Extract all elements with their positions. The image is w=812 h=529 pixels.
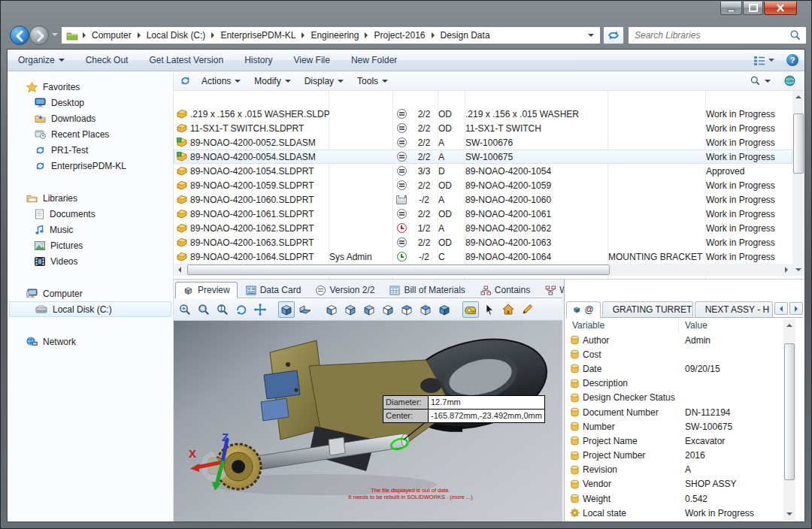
scroll-right-button[interactable] bbox=[780, 264, 792, 276]
zoom-in-button[interactable] bbox=[177, 301, 193, 318]
new-folder-button[interactable]: New Folder bbox=[341, 55, 408, 65]
tab-scroll-left-button[interactable] bbox=[774, 302, 788, 315]
vertical-scrollbar[interactable] bbox=[792, 91, 804, 276]
table-row[interactable]: 89-NOAO-4200-0052.SLDASM 2/2A SW-100676W… bbox=[174, 135, 792, 150]
help-button[interactable]: ? bbox=[780, 54, 804, 66]
sidebar-item-downloads[interactable]: Downloads bbox=[8, 110, 173, 126]
scrollbar-thumb[interactable] bbox=[784, 343, 795, 480]
organize-button[interactable]: Organize bbox=[8, 55, 75, 65]
tab-data-card[interactable]: Data Card bbox=[239, 283, 308, 298]
rotate-button[interactable] bbox=[233, 301, 250, 318]
variable-row[interactable]: VendorSHOP ASSY bbox=[566, 477, 779, 491]
variable-row[interactable]: Design Checker Status bbox=[566, 391, 779, 405]
variable-row[interactable]: Date09/20/15 bbox=[566, 361, 779, 376]
close-button[interactable] bbox=[764, 2, 797, 15]
sidebar-item-enterprisepdm-kl[interactable]: EnterprisePDM-KL bbox=[8, 158, 173, 174]
breadcrumb-item[interactable]: EnterprisePDM-KL bbox=[216, 30, 300, 41]
sidebar-section-computer[interactable]: Computer bbox=[8, 286, 173, 301]
scrollbar-thumb[interactable] bbox=[187, 264, 610, 275]
3d-viewport[interactable]: Diameter: 12.7mm Center: -165.872mm,-23.… bbox=[174, 321, 562, 521]
table-row[interactable]: 89-NOAO-4200-1064.SLDPRTSys Admin -/2C 8… bbox=[174, 249, 792, 264]
tab-default-card[interactable]: @ bbox=[566, 301, 601, 318]
search-input[interactable] bbox=[629, 30, 789, 41]
scroll-down-button[interactable] bbox=[783, 508, 795, 520]
scroll-up-button[interactable] bbox=[783, 319, 795, 331]
menu-tools[interactable]: Tools bbox=[350, 76, 395, 86]
table-row[interactable]: 89-NOAO-4200-1063.SLDPRT 2/2OD 89-NOAO-4… bbox=[174, 235, 792, 249]
tab-version[interactable]: Version 2/2 bbox=[309, 283, 381, 298]
check-out-button[interactable]: Check Out bbox=[75, 55, 139, 65]
sidebar-section-favorites[interactable]: Favorites bbox=[8, 79, 173, 95]
home-view-button[interactable] bbox=[500, 301, 517, 318]
scroll-left-button[interactable] bbox=[174, 264, 186, 276]
menu-display[interactable]: Display bbox=[298, 76, 350, 86]
sidebar-section-network[interactable]: Network bbox=[8, 334, 173, 349]
view-file-button[interactable]: View File bbox=[283, 55, 340, 65]
breadcrumb-item[interactable]: Project-2016 bbox=[369, 30, 429, 41]
history-dropdown-icon[interactable] bbox=[52, 33, 58, 36]
variable-row[interactable]: Project NameExcavator bbox=[566, 434, 779, 448]
scroll-down-button[interactable] bbox=[792, 264, 804, 276]
table-row[interactable]: 89-NOAO-4200-1061.SLDPRT 2/2OD 89-NOAO-4… bbox=[174, 207, 792, 221]
variable-row[interactable]: Cost bbox=[566, 347, 779, 361]
search-icon[interactable] bbox=[789, 29, 801, 41]
variable-row[interactable]: Description bbox=[566, 376, 779, 391]
left-view-button[interactable] bbox=[361, 301, 377, 318]
back-button[interactable] bbox=[10, 26, 29, 45]
breadcrumb-item[interactable]: Design Data bbox=[436, 30, 495, 41]
vault-options-button[interactable] bbox=[777, 75, 804, 86]
change-view-button[interactable] bbox=[747, 56, 780, 65]
get-latest-version-button[interactable]: Get Latest Version bbox=[138, 55, 234, 65]
sidebar-item-pr1-test[interactable]: PR1-Test bbox=[8, 142, 173, 158]
breadcrumb-item[interactable]: Engineering bbox=[306, 30, 363, 41]
table-row[interactable]: 11-SX1-T SWITCH.SLDPRT 2/2OD 11-SX1-T SW… bbox=[174, 121, 792, 135]
isometric-view-button[interactable] bbox=[436, 301, 453, 318]
front-view-button[interactable] bbox=[323, 301, 340, 318]
top-view-button[interactable] bbox=[398, 301, 415, 318]
forward-button[interactable] bbox=[29, 26, 49, 45]
breadcrumb-dropdown-icon[interactable] bbox=[588, 34, 594, 37]
table-row[interactable]: 89-NOAO-4200-1060.SLDPRT -/2A 89-NOAO-42… bbox=[174, 192, 792, 207]
zoom-fit-button[interactable] bbox=[214, 301, 231, 318]
tab-bill-of-materials[interactable]: Bill of Materials bbox=[383, 283, 471, 298]
horizontal-scrollbar[interactable] bbox=[174, 264, 792, 276]
scroll-up-button[interactable] bbox=[792, 91, 804, 103]
back-view-button[interactable] bbox=[342, 301, 359, 318]
right-view-button[interactable] bbox=[380, 301, 396, 318]
tab-contains[interactable]: Contains bbox=[474, 283, 537, 298]
variable-row[interactable]: NumberSW-100675 bbox=[566, 419, 779, 434]
select-button[interactable] bbox=[481, 301, 498, 318]
refresh-button[interactable] bbox=[603, 26, 624, 44]
draft-view-button[interactable] bbox=[297, 301, 314, 318]
minimize-button[interactable] bbox=[720, 2, 742, 15]
variable-row[interactable]: Project Number2016 bbox=[566, 449, 779, 463]
menu-modify[interactable]: Modify bbox=[247, 76, 297, 86]
maximize-button[interactable] bbox=[743, 2, 763, 15]
tab-preview[interactable]: Preview bbox=[175, 282, 238, 298]
sidebar-item-music[interactable]: Music bbox=[8, 222, 173, 237]
tab-next-assy[interactable]: NEXT ASSY - H bbox=[695, 301, 773, 317]
table-row[interactable]: 89-NOAO-4200-1059.SLDPRT 2/2OD 89-NOAO-4… bbox=[174, 178, 792, 192]
table-row[interactable]: 89-NOAO-4200-1062.SLDPRT 1/2A 89-NOAO-42… bbox=[174, 221, 792, 235]
tab-grating-turret[interactable]: GRATING TURRET bbox=[602, 301, 693, 317]
sidebar-item-desktop[interactable]: Desktop bbox=[8, 95, 173, 110]
vault-sync-icon[interactable] bbox=[174, 75, 195, 86]
breadcrumb-item[interactable]: Local Disk (C:) bbox=[142, 30, 211, 41]
variable-row[interactable]: AuthorAdmin bbox=[566, 333, 779, 347]
measure-button[interactable] bbox=[462, 301, 479, 318]
sidebar-item-local-disk-c[interactable]: Local Disk (C:) bbox=[9, 301, 171, 317]
search-files-button[interactable] bbox=[743, 75, 777, 86]
breadcrumb-item[interactable]: Computer bbox=[87, 30, 136, 41]
menu-actions[interactable]: Actions bbox=[195, 76, 247, 86]
scrollbar-thumb[interactable] bbox=[793, 113, 804, 174]
table-row[interactable]: .219 x .156 x .015 WASHER.SLDPRT 2/2OD .… bbox=[174, 107, 792, 121]
bottom-view-button[interactable] bbox=[417, 301, 434, 318]
variable-row[interactable]: RevisionA bbox=[566, 463, 779, 477]
zoom-area-button[interactable] bbox=[195, 301, 212, 318]
sidebar-item-pictures[interactable]: Pictures bbox=[8, 237, 173, 253]
markup-button[interactable] bbox=[519, 301, 535, 318]
sidebar-item-videos[interactable]: Videos bbox=[8, 253, 173, 269]
sidebar-section-libraries[interactable]: Libraries bbox=[8, 190, 173, 206]
variable-row[interactable]: Local stateWork in Progress bbox=[566, 506, 779, 520]
table-row[interactable]: 89-NOAO-4200-1054.SLDPRT 3/3D 89-NOAO-42… bbox=[174, 164, 792, 178]
